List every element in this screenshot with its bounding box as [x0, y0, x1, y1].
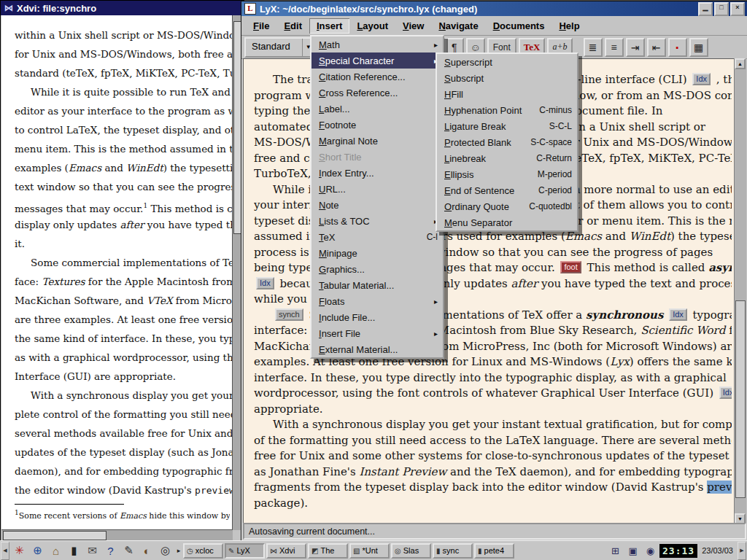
task-button-the[interactable]: ◩The: [308, 543, 348, 559]
menu-item-ordinary-quote[interactable]: Ordinary QuoteC-quotedbl: [437, 198, 577, 214]
menu-item-math[interactable]: Math▸: [311, 36, 443, 52]
lyx-vertical-scrollbar-thumb[interactable]: [735, 300, 746, 497]
panel-handle[interactable]: ▸: [175, 547, 182, 554]
lyx-titlebar[interactable]: L LyX: ~/doc/beginlatex/src/synchro.lyx …: [241, 1, 747, 16]
menu-item-ellipsis[interactable]: EllipsisM-period: [437, 166, 577, 182]
text-run: WinEdt: [126, 162, 163, 174]
idx-inset-button[interactable]: Idx: [669, 308, 687, 321]
foot-inset-button[interactable]: foot: [560, 261, 581, 273]
menu-item-linebreak[interactable]: LinebreakC-Return: [437, 150, 577, 166]
itemize-list-button[interactable]: ≣: [584, 38, 603, 57]
menu-item-ligature-break[interactable]: Ligature BreakS-C-L: [437, 118, 577, 134]
maximize-button[interactable]: □: [714, 2, 729, 16]
menu-item-subscript[interactable]: Subscript: [437, 70, 577, 86]
help-icon[interactable]: ?: [101, 542, 120, 559]
menu-item-label: Short Title: [319, 152, 362, 163]
idx-inset-button[interactable]: Idx: [256, 277, 274, 289]
menu-item-hfill[interactable]: HFill: [437, 86, 577, 102]
task-button-xdvi[interactable]: ⋈Xdvi: [266, 543, 306, 559]
idx-inset-button[interactable]: Idx: [692, 73, 711, 85]
panel-hide-left-icon[interactable]: ◀: [1, 542, 9, 560]
text-run: Instant Preview: [359, 465, 446, 478]
menu-item-note[interactable]: Note: [311, 197, 443, 213]
menu-item-lists-toc[interactable]: Lists & TOC▸: [311, 213, 443, 229]
task-button-lyx[interactable]: ✎LyX: [225, 543, 265, 559]
korn-icon[interactable]: ◉: [642, 542, 659, 559]
kwrite-icon[interactable]: ✎: [120, 542, 138, 559]
text-line: plete control of the formatting you stil…: [15, 405, 233, 424]
menu-help[interactable]: Help: [551, 18, 587, 34]
digital-clock[interactable]: 23:13: [659, 544, 697, 558]
task-button-pete4[interactable]: ▮pete4: [474, 543, 514, 559]
task-button-slas[interactable]: ◎Slas: [391, 543, 431, 559]
menu-layout[interactable]: Layout: [349, 18, 395, 34]
task-button-unt[interactable]: ▧*Unt: [349, 543, 390, 559]
menu-item-label: Insert File: [319, 328, 360, 339]
menu-item-tabular-material[interactable]: Tabular Material...: [311, 277, 443, 293]
menu-documents[interactable]: Documents: [486, 18, 552, 34]
layout-combo[interactable]: Standard ▼: [244, 37, 316, 58]
home-folder-icon[interactable]: ⌂: [47, 542, 65, 559]
menu-item-special-character[interactable]: Special Character▸: [311, 52, 443, 69]
task-label: *Unt: [362, 546, 377, 555]
k-menu-icon[interactable]: ✳: [10, 542, 28, 559]
menu-item-insert-file[interactable]: Insert File▸: [311, 325, 443, 341]
menu-item-superscript[interactable]: Superscript: [437, 54, 577, 70]
menu-item-graphics[interactable]: Graphics...: [311, 261, 443, 277]
menu-item-end-of-sentence[interactable]: End of SentenceC-period: [437, 182, 577, 198]
menu-item-hyphenation-point[interactable]: Hyphenation PointC-minus: [437, 102, 577, 118]
text-run: within a Unix shell script or MS-DOS/Win…: [15, 29, 233, 41]
text-run: editor as your interface to the program …: [15, 105, 233, 117]
menu-insert[interactable]: Insert: [309, 18, 349, 34]
menu-item-label: End of Sentence: [444, 185, 514, 196]
menu-item-marginal-note[interactable]: Marginal Note: [311, 133, 443, 149]
menu-item-footnote[interactable]: Footnote: [311, 117, 443, 133]
konqueror-icon[interactable]: ⊕: [28, 542, 47, 559]
menu-item-index-entry[interactable]: Index Entry...: [311, 165, 443, 181]
line-break-button[interactable]: ▪: [668, 38, 687, 57]
text-run: daemon), and for embedding typographic f…: [15, 465, 233, 477]
lyx-vertical-scrollbar[interactable]: ▲ ▼: [734, 58, 746, 524]
taskbar-tray: ⊞▣◉: [607, 542, 659, 559]
kmail-icon[interactable]: ✉: [83, 542, 101, 559]
menu-edit[interactable]: Edit: [276, 18, 309, 34]
netscape-icon[interactable]: ◎: [156, 542, 174, 559]
minimize-button[interactable]: ▁: [698, 2, 713, 16]
idx-inset-button[interactable]: Idx: [719, 386, 732, 399]
menu-item-minipage[interactable]: Minipage: [311, 245, 443, 261]
scroll-up-icon[interactable]: ▲: [735, 58, 746, 69]
gimp-icon[interactable]: ◐: [138, 542, 156, 559]
menu-item-tex[interactable]: TeXC-l: [311, 229, 443, 245]
menu-item-shortcut: S-C-space: [522, 137, 572, 147]
close-button[interactable]: ×: [730, 2, 745, 16]
menu-item-label[interactable]: Label...: [311, 101, 443, 117]
label-inset-button[interactable]: synch: [275, 308, 303, 321]
menu-item-include-file[interactable]: Include File...: [311, 309, 443, 325]
menu-item-external-material[interactable]: External Material...: [311, 341, 443, 357]
menu-item-floats[interactable]: Floats▸: [311, 293, 443, 309]
enumerate-list-button[interactable]: ≡: [605, 38, 624, 57]
decrease-depth-button[interactable]: ⇤: [647, 38, 666, 57]
menu-item-menu-separator[interactable]: Menu Separator: [437, 214, 577, 230]
task-button-xcloc[interactable]: ◷xcloc: [183, 543, 223, 559]
menu-item-label: Marginal Note: [319, 136, 378, 147]
menu-navigate[interactable]: Navigate: [431, 18, 485, 34]
insert-table-button[interactable]: ▦: [689, 38, 708, 57]
xdvi-horizontal-scrollbar[interactable]: [1, 529, 233, 541]
menu-item-citation-reference[interactable]: Citation Reference...: [311, 69, 443, 85]
menu-item-protected-blank[interactable]: Protected BlankS-C-space: [437, 134, 577, 150]
panel-hide-right-icon[interactable]: ▶: [738, 542, 746, 560]
increase-depth-button[interactable]: ⇥: [626, 38, 645, 57]
xdvi-titlebar[interactable]: ⋈ Xdvi: file:synchro: [1, 1, 244, 15]
menu-item-url[interactable]: URL...: [311, 181, 443, 197]
menu-item-cross-reference[interactable]: Cross Reference...: [311, 85, 443, 101]
menu-file[interactable]: File: [246, 18, 276, 34]
pager-icon[interactable]: ⊞: [607, 542, 624, 559]
text-run: Some recent versions of: [19, 511, 120, 521]
menu-view[interactable]: View: [395, 18, 431, 34]
klipper-icon[interactable]: ▣: [624, 542, 641, 559]
konsole-icon[interactable]: ▮: [65, 542, 83, 559]
menu-item-short-title[interactable]: Short Title: [311, 149, 443, 165]
task-button-sync[interactable]: ▮sync: [433, 543, 473, 559]
xdvi-horizontal-scrollbar-thumb[interactable]: [3, 531, 107, 540]
